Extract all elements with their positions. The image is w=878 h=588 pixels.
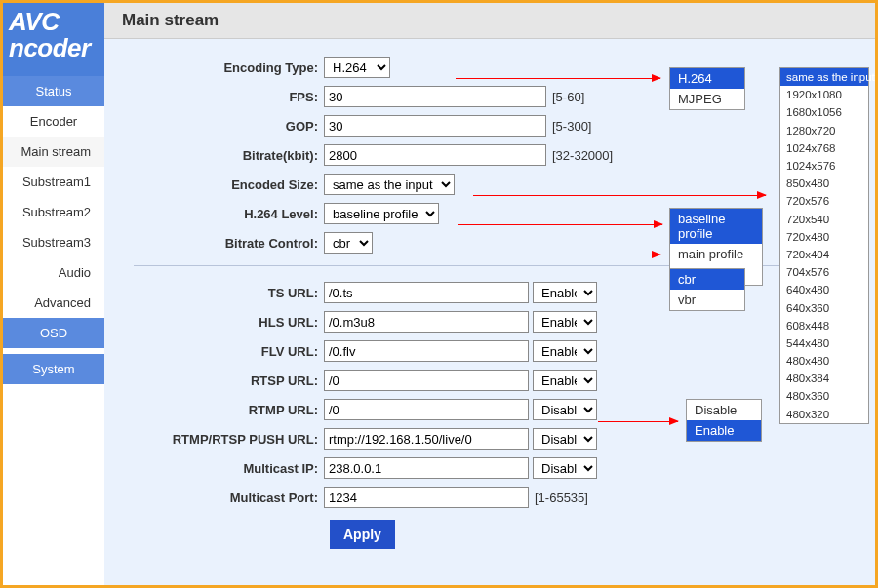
select-h264-level[interactable]: baseline profile xyxy=(324,203,439,224)
input-ts-url[interactable] xyxy=(324,282,529,303)
label-multicast-port: Multicast Port: xyxy=(134,490,324,505)
input-multicast-port[interactable] xyxy=(324,487,529,508)
nav-system[interactable]: System xyxy=(3,354,104,384)
nav-substream2[interactable]: Substream2 xyxy=(3,197,104,227)
label-ts-url: TS URL: xyxy=(134,286,324,300)
select-flv-enable[interactable]: Enable xyxy=(533,340,597,362)
popup-brc-vbr[interactable]: vbr xyxy=(670,290,744,310)
hint-bitrate: [32-32000] xyxy=(552,148,613,163)
size-option[interactable]: 1280x720 xyxy=(780,122,868,139)
label-fps: FPS: xyxy=(134,90,324,104)
popup-level-main[interactable]: main profile xyxy=(670,244,762,264)
input-rtmp-push[interactable] xyxy=(324,428,529,450)
input-hls-url[interactable] xyxy=(324,311,529,333)
nav-main-stream[interactable]: Main stream xyxy=(3,137,104,167)
label-gop: GOP: xyxy=(134,119,324,134)
nav-substream3[interactable]: Substream3 xyxy=(3,227,104,257)
popup-enable-disable[interactable]: Disable xyxy=(687,400,761,420)
label-rtmp-url: RTMP URL: xyxy=(134,403,324,417)
popup-enable-enable[interactable]: Enable xyxy=(687,420,761,441)
nav-advanced[interactable]: Advanced xyxy=(3,288,104,318)
select-hls-enable[interactable]: Enable xyxy=(533,311,597,333)
input-bitrate[interactable] xyxy=(324,144,546,166)
label-encoded-size: Encoded Size: xyxy=(134,177,324,192)
size-option[interactable]: 480x320 xyxy=(780,406,868,423)
select-rtsp-enable[interactable]: Enable xyxy=(533,370,597,391)
nav-status[interactable]: Status xyxy=(3,76,104,106)
arrow-icon xyxy=(456,78,660,79)
hint-fps: [5-60] xyxy=(552,90,584,104)
input-gop[interactable] xyxy=(324,115,546,137)
nav-osd[interactable]: OSD xyxy=(3,318,104,348)
page-title: Main stream xyxy=(104,3,875,39)
arrow-icon xyxy=(473,195,766,196)
select-push-enable[interactable]: Disable xyxy=(533,428,597,450)
popup-encoding-h264[interactable]: H.264 xyxy=(670,68,744,89)
arrow-icon xyxy=(458,224,662,225)
size-option[interactable]: 640x360 xyxy=(780,298,868,316)
label-h264-level: H.264 Level: xyxy=(134,207,324,221)
popup-level-baseline[interactable]: baseline profile xyxy=(670,209,762,244)
select-rtmp-enable[interactable]: Disable xyxy=(533,399,597,420)
hint-multicast-port: [1-65535] xyxy=(535,490,588,505)
select-encoded-size[interactable]: same as the input xyxy=(324,174,455,195)
popup-encoding: H.264 MJPEG xyxy=(669,67,745,110)
sidebar: AVCncoder Status Encoder Main stream Sub… xyxy=(3,3,104,585)
size-option[interactable]: 704x576 xyxy=(780,263,868,281)
popup-brc: cbr vbr xyxy=(669,268,745,311)
size-option[interactable]: 850x480 xyxy=(780,175,868,192)
size-option[interactable]: same as the input xyxy=(780,68,868,86)
popup-enable: Disable Enable xyxy=(686,399,762,442)
size-option[interactable]: 480x480 xyxy=(780,352,868,370)
label-flv-url: FLV URL: xyxy=(134,344,324,359)
size-option[interactable]: 1680x1056 xyxy=(780,103,868,121)
popup-size-list: same as the input 1920x1080 1680x1056 12… xyxy=(779,67,869,424)
popup-brc-cbr[interactable]: cbr xyxy=(670,269,744,290)
input-flv-url[interactable] xyxy=(324,340,529,362)
label-bitrate: Bitrate(kbit): xyxy=(134,148,324,163)
nav-audio[interactable]: Audio xyxy=(3,257,104,288)
size-option[interactable]: 544x480 xyxy=(780,334,868,352)
hint-gop: [5-300] xyxy=(552,119,591,134)
size-option[interactable]: 608x448 xyxy=(780,317,868,334)
size-option[interactable]: 720x576 xyxy=(780,192,868,210)
brand-logo: AVCncoder xyxy=(3,3,104,76)
size-option[interactable]: 1024x576 xyxy=(780,157,868,175)
label-bitrate-control: Bitrate Control: xyxy=(134,236,324,251)
nav-substream1[interactable]: Substream1 xyxy=(3,167,104,197)
size-option[interactable]: 1024x768 xyxy=(780,139,868,157)
nav-encoder[interactable]: Encoder xyxy=(3,106,104,137)
label-rtmp-push: RTMP/RTSP PUSH URL: xyxy=(134,432,324,447)
input-rtsp-url[interactable] xyxy=(324,370,529,391)
size-option[interactable]: 1920x1080 xyxy=(780,86,868,103)
label-hls-url: HLS URL: xyxy=(134,315,324,330)
select-bitrate-control[interactable]: cbr xyxy=(324,232,373,254)
label-rtsp-url: RTSP URL: xyxy=(134,373,324,388)
size-option[interactable]: 720x404 xyxy=(780,246,868,263)
label-multicast-ip: Multicast IP: xyxy=(134,461,324,476)
size-option[interactable]: 480x360 xyxy=(780,387,868,405)
size-option[interactable]: 640x480 xyxy=(780,281,868,298)
input-fps[interactable] xyxy=(324,86,546,107)
arrow-icon xyxy=(397,255,660,255)
select-multicast-enable[interactable]: Disable xyxy=(533,457,597,479)
arrow-icon xyxy=(598,421,678,422)
input-rtmp-url[interactable] xyxy=(324,399,529,420)
size-option[interactable]: 480x384 xyxy=(780,370,868,387)
size-option[interactable]: 720x480 xyxy=(780,228,868,246)
apply-button[interactable]: Apply xyxy=(330,520,395,549)
input-multicast-ip[interactable] xyxy=(324,457,529,479)
size-option[interactable]: 720x540 xyxy=(780,211,868,228)
popup-encoding-mjpeg[interactable]: MJPEG xyxy=(670,89,744,109)
main-panel: Main stream Encoding Type: H.264 FPS: [5… xyxy=(104,3,875,585)
label-encoding-type: Encoding Type: xyxy=(134,60,324,75)
select-ts-enable[interactable]: Enable xyxy=(533,282,597,303)
select-encoding-type[interactable]: H.264 xyxy=(324,57,390,78)
